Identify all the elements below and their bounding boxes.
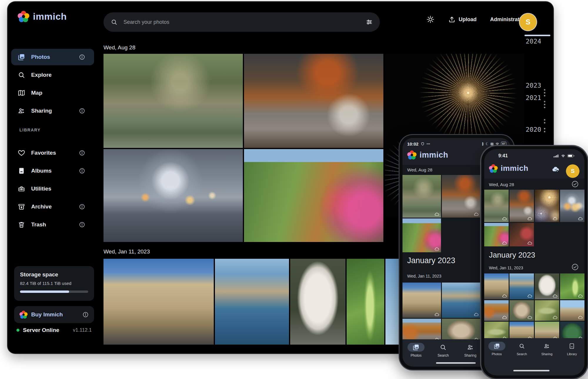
photo-tile-coastal-fort[interactable] [442, 283, 480, 318]
photo-tile-green-plant[interactable] [560, 273, 584, 299]
photo-tile-zoo-monkeys[interactable] [103, 54, 243, 148]
people-icon [462, 343, 479, 352]
photos-icon [18, 53, 25, 61]
cloud-backup-icon [474, 212, 479, 216]
nav-item-photos[interactable]: Photos [485, 342, 509, 356]
nav-label: Sharing [464, 353, 476, 358]
nav-item-sharing[interactable]: Sharing [458, 343, 483, 358]
server-online-dot [16, 329, 19, 332]
home-indicator[interactable] [513, 370, 549, 371]
photo-tile-autumn-dinner-table[interactable] [510, 190, 534, 222]
search-input[interactable] [123, 19, 366, 26]
timeline-tick [544, 122, 545, 123]
cloud-sync-icon[interactable] [551, 166, 560, 173]
search-filter-icon[interactable] [366, 19, 373, 26]
battery-icon: 97 [501, 142, 506, 146]
sidebar-item-photos[interactable]: Photos [11, 49, 94, 65]
photo-tile-castle-walls[interactable] [103, 259, 214, 345]
select-all-check-icon[interactable] [571, 180, 579, 188]
storage-space-card: Storage space 82.4 TiB of 115.1 TiB used [14, 266, 94, 301]
immich-marketing-screenshot: immich Upload Administratio [0, 0, 588, 379]
photo-tile-autumn-dinner-table[interactable] [442, 175, 480, 218]
sidebar-item-label: Photos [31, 54, 50, 60]
info-icon [79, 108, 85, 114]
photo-tile-autumn-dinner-table[interactable] [244, 54, 383, 148]
app-logo[interactable]: immich [18, 11, 67, 22]
immich-logo-icon [18, 11, 29, 22]
cloud-backup-icon [553, 217, 557, 221]
people-icon [18, 107, 25, 115]
sidebar-item-albums[interactable]: Albums [11, 163, 94, 179]
buy-immich-button[interactable]: Buy Immich [14, 306, 94, 323]
sidebar-item-trash[interactable]: Trash [11, 216, 94, 233]
photo-tile-castle-walls[interactable] [402, 283, 441, 318]
app-logo-text: immich [420, 151, 448, 160]
server-status-label: Server Online [23, 327, 73, 333]
library-section-header: LIBRARY [19, 128, 41, 132]
photo-tile-castle-walls[interactable] [484, 273, 509, 299]
map-icon [18, 89, 25, 97]
sidebar-item-favorites[interactable]: Favorites [11, 145, 94, 161]
photo-tile-stone-sculpture[interactable] [510, 300, 534, 321]
explore-search-icon [18, 71, 25, 79]
phone2-photo-grid-jan [484, 273, 584, 342]
photo-tile-dark-flowers[interactable] [510, 223, 534, 246]
sidebar-item-utilities[interactable]: Utilities [11, 181, 94, 197]
sidebar-item-label: Sharing [31, 108, 52, 114]
nav-label: Sharing [541, 352, 552, 356]
photo-tile-zoo-monkeys[interactable] [484, 190, 509, 222]
phone2-screen: 9:41 immich S Wed, Aug 28 January 2023 W… [484, 149, 584, 375]
nav-item-library[interactable]: Library [559, 342, 584, 356]
photo-tile-marble-bust[interactable] [535, 273, 559, 299]
sidebar-item-sharing[interactable]: Sharing [11, 103, 94, 119]
nav-item-search[interactable]: Search [510, 342, 534, 356]
photo-tile-coastal-fort[interactable] [510, 273, 534, 299]
info-icon [79, 221, 85, 228]
status-time: 9:41 [498, 153, 508, 158]
nav-item-photos[interactable]: Photos [404, 343, 428, 358]
photo-tile-park-flower-path[interactable] [402, 218, 441, 252]
nav-item-search[interactable]: Search [431, 343, 455, 358]
photo-tile-lizard[interactable] [535, 300, 559, 321]
cloud-backup-icon [553, 294, 557, 298]
nav-label: Photos [492, 352, 502, 356]
photo-tile-stone-tower[interactable] [560, 300, 584, 321]
cloud-backup-icon [474, 313, 479, 316]
photo-tile-coastal-fort[interactable] [215, 259, 289, 345]
nav-item-sharing[interactable]: Sharing [534, 342, 559, 356]
sidebar-item-explore[interactable]: Explore [11, 67, 94, 83]
cloud-backup-icon [527, 241, 532, 245]
photo-tile-park-flower-path[interactable] [484, 223, 509, 246]
select-all-check-icon[interactable] [571, 263, 579, 271]
bluetooth-icon: ᛒ [482, 142, 484, 146]
photo-tile-marble-bust[interactable] [290, 259, 345, 345]
user-avatar[interactable]: S [519, 14, 537, 31]
timeline-tick [544, 107, 545, 108]
date-group-header: Wed, Jan 11, 2023 [489, 266, 523, 270]
wifi-icon [495, 142, 500, 146]
photo-tile-fireworks[interactable] [535, 190, 559, 222]
search-bar[interactable] [103, 12, 380, 32]
nav-label: Library [567, 352, 577, 356]
sidebar-item-archive[interactable]: Archive [11, 198, 94, 215]
immich-logo-icon [407, 150, 417, 160]
sidebar-item-map[interactable]: Map [11, 85, 94, 101]
timeline-tick [544, 95, 545, 96]
cloud-backup-icon [527, 217, 532, 221]
sidebar-item-label: Albums [31, 168, 52, 174]
photo-tile-autumn-path[interactable] [484, 300, 509, 321]
nav-label: Photos [410, 353, 421, 358]
photo-tile-zoo-monkeys[interactable] [402, 175, 441, 218]
timeline-position-indicator[interactable] [524, 35, 550, 36]
album-icon [18, 167, 25, 175]
photo-tile-park-flower-path[interactable] [244, 149, 383, 242]
photo-tile-green-plant[interactable] [347, 259, 384, 345]
photo-tile-holding-hands-dusk[interactable] [103, 149, 243, 242]
theme-toggle-sun-icon[interactable] [426, 15, 435, 24]
user-avatar[interactable]: S [566, 164, 579, 178]
avatar-initial: S [526, 18, 530, 26]
navbar-actions: Upload Administration [426, 15, 527, 24]
home-indicator[interactable] [436, 362, 476, 364]
photo-tile-holding-hands-dusk[interactable] [560, 190, 584, 222]
upload-button[interactable]: Upload [448, 16, 477, 23]
